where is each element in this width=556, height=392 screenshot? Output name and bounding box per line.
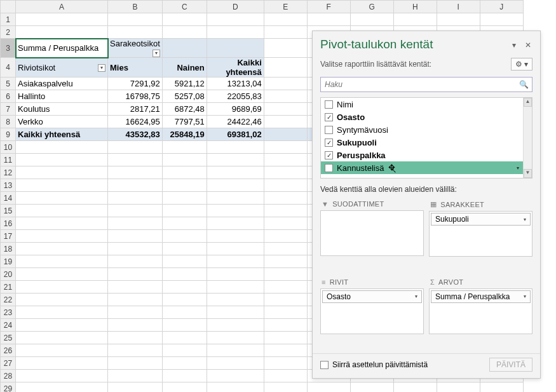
pivot-total-label[interactable]: Kaikki yhteensä	[16, 128, 108, 141]
col-header-H[interactable]: H	[393, 1, 437, 13]
col-header-F[interactable]: F	[307, 1, 350, 13]
row-header[interactable]: 24	[1, 319, 16, 332]
filters-area[interactable]: ▼SUODATTIMET	[320, 198, 424, 271]
col-header-A[interactable]: A	[16, 1, 108, 13]
checkbox[interactable]	[325, 164, 333, 172]
row-header[interactable]: 2	[1, 26, 16, 39]
row-header[interactable]: 7	[1, 103, 16, 116]
dropdown-icon[interactable]: ▾	[524, 217, 526, 222]
pivot-cell[interactable]: 6872,48	[162, 103, 207, 116]
pivot-row-label[interactable]: Asiakaspalvelu	[16, 78, 108, 90]
pivot-cell[interactable]: 5257,08	[162, 90, 207, 103]
pivot-row-label[interactable]: Hallinto	[16, 90, 108, 103]
checkbox[interactable]: ✓	[325, 113, 333, 121]
pane-dropdown-icon[interactable]: ▾	[512, 41, 520, 48]
col-header-C[interactable]: C	[162, 1, 207, 13]
area-item[interactable]: Osasto▾	[322, 290, 422, 303]
checkbox[interactable]: ✓	[325, 139, 333, 147]
pivot-corner-cell[interactable]: Summa / Peruspalkka	[16, 39, 108, 58]
rows-area[interactable]: ≡RIVIT Osasto▾	[320, 276, 424, 349]
row-header[interactable]: 28	[1, 370, 16, 382]
row-header[interactable]: 6	[1, 90, 16, 103]
row-header[interactable]: 8	[1, 116, 16, 128]
pivot-total-cell[interactable]: 43532,83	[108, 128, 163, 141]
dropdown-icon[interactable]: ▾	[98, 64, 105, 72]
row-header[interactable]: 29	[1, 382, 16, 393]
field-row[interactable]: Nimi	[321, 98, 523, 111]
col-header-D[interactable]: D	[207, 1, 264, 13]
row-header[interactable]: 5	[1, 78, 16, 90]
row-header[interactable]: 21	[1, 281, 16, 294]
row-header[interactable]: 10	[1, 141, 16, 154]
pivot-row-label[interactable]: Koulutus	[16, 103, 108, 116]
row-header[interactable]: 3	[1, 39, 16, 58]
scrollbar[interactable]: ▲ ▼	[523, 98, 532, 178]
row-header[interactable]: 12	[1, 166, 16, 179]
pivot-cell[interactable]: 5921,12	[162, 78, 207, 90]
select-all-corner[interactable]	[1, 1, 16, 13]
scroll-up-icon[interactable]: ▲	[524, 98, 532, 107]
row-header[interactable]: 26	[1, 344, 16, 357]
search-icon[interactable]: 🔍	[519, 80, 529, 89]
search-input[interactable]	[320, 77, 532, 92]
row-header[interactable]: 25	[1, 332, 16, 344]
row-header[interactable]: 14	[1, 192, 16, 205]
pivot-cell[interactable]: 7291,92	[108, 78, 163, 90]
row-header[interactable]: 18	[1, 243, 16, 255]
row-header[interactable]: 11	[1, 154, 16, 166]
pivot-cell[interactable]: 16624,95	[108, 116, 163, 128]
row-header[interactable]: 13	[1, 179, 16, 192]
update-button[interactable]: PÄIVITÄ	[489, 358, 532, 372]
pivot-cell[interactable]: 24422,46	[207, 116, 264, 128]
defer-checkbox[interactable]	[320, 361, 329, 369]
col-header-J[interactable]: J	[480, 1, 523, 13]
pivot-row-header-label[interactable]: Riviotsikot▾	[16, 58, 108, 78]
dropdown-icon[interactable]: ▾	[524, 294, 526, 299]
pivot-cell[interactable]: 13213,04	[207, 78, 264, 90]
field-row[interactable]: ✓Osasto	[321, 111, 523, 123]
row-header[interactable]: 27	[1, 357, 16, 370]
row-header[interactable]: 9	[1, 128, 16, 141]
row-header[interactable]: 16	[1, 217, 16, 230]
col-header-I[interactable]: I	[437, 1, 480, 13]
field-row[interactable]: Kannustelisä▾	[321, 161, 523, 174]
pivot-col-header-label[interactable]: Sarakeotsikot▾	[108, 39, 163, 58]
pivot-cell[interactable]: 9689,69	[207, 103, 264, 116]
pivot-cell[interactable]: 2817,21	[108, 103, 163, 116]
tools-button[interactable]: ⚙ ▾	[511, 58, 532, 71]
row-header[interactable]: 1	[1, 13, 16, 26]
pivot-cell[interactable]: 22055,83	[207, 90, 264, 103]
checkbox[interactable]	[325, 100, 333, 109]
pivot-col-label[interactable]: Kaikki yhteensä	[207, 58, 264, 78]
pivot-col-label[interactable]: Nainen	[162, 58, 207, 78]
scroll-down-icon[interactable]: ▼	[524, 169, 532, 178]
area-item[interactable]: Summa / Peruspalkka▾	[431, 290, 531, 303]
field-row[interactable]: ✓Sukupuoli	[321, 136, 523, 149]
dropdown-icon[interactable]: ▾	[517, 165, 519, 171]
checkbox[interactable]: ✓	[325, 151, 333, 159]
pivot-cell[interactable]: 16798,75	[108, 90, 163, 103]
values-area[interactable]: ΣARVOT Summa / Peruspalkka▾	[429, 276, 532, 349]
pivot-total-cell[interactable]: 69381,02	[207, 128, 264, 141]
col-header-E[interactable]: E	[264, 1, 307, 13]
dropdown-icon[interactable]: ▾	[153, 50, 160, 57]
col-header-B[interactable]: B	[108, 1, 163, 13]
field-row[interactable]: ✓Peruspalkka	[321, 149, 523, 161]
columns-area[interactable]: ▦SARAKKEET Sukupuoli▾	[429, 198, 532, 271]
col-header-G[interactable]: G	[350, 1, 393, 13]
pivot-row-label[interactable]: Verkko	[16, 116, 108, 128]
dropdown-icon[interactable]: ▾	[415, 294, 417, 299]
row-header[interactable]: 20	[1, 268, 16, 281]
row-header[interactable]: 15	[1, 205, 16, 217]
pivot-total-cell[interactable]: 25848,19	[162, 128, 207, 141]
row-header[interactable]: 17	[1, 230, 16, 243]
row-header[interactable]: 23	[1, 306, 16, 319]
close-icon[interactable]: ✕	[525, 41, 532, 48]
row-header[interactable]: 4	[1, 58, 16, 78]
pivot-cell[interactable]: 7797,51	[162, 116, 207, 128]
row-header[interactable]: 19	[1, 255, 16, 268]
checkbox[interactable]	[325, 126, 333, 134]
pivot-col-label[interactable]: Mies	[108, 58, 163, 78]
field-row[interactable]: Syntymävuosi	[321, 123, 523, 136]
area-item[interactable]: Sukupuoli▾	[431, 213, 531, 226]
